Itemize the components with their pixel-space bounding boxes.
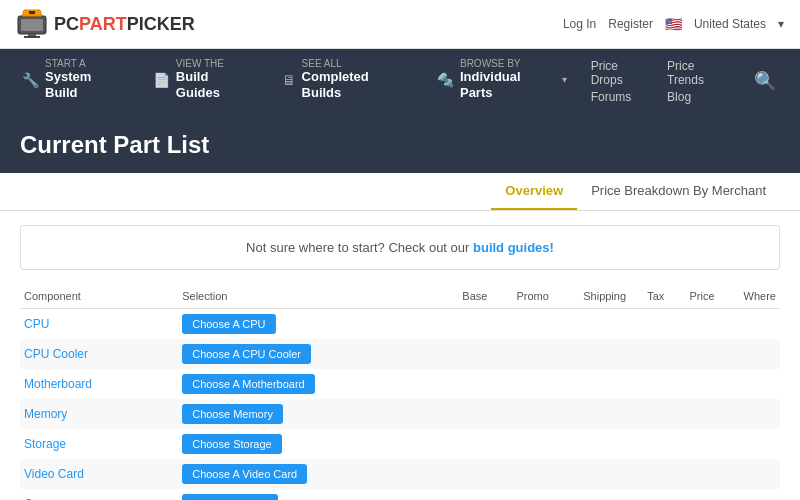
nav-right-col1: Price Drops Forums: [591, 59, 651, 104]
page-title-bar: Current Part List: [0, 113, 800, 173]
shipping-cell: [553, 339, 630, 369]
promo-cell: [491, 459, 552, 489]
site-header: PCPARTPICKER Log In Register 🇺🇸 United S…: [0, 0, 800, 49]
price-cell: [668, 489, 718, 500]
nav-right-col2: Price Trends Blog: [667, 59, 732, 104]
component-cell: Video Card: [20, 459, 178, 489]
logo[interactable]: PCPARTPICKER: [16, 8, 195, 40]
flag-icon: 🇺🇸: [665, 16, 682, 32]
choose-button[interactable]: Choose A Video Card: [182, 464, 307, 484]
where-cell: [719, 309, 780, 340]
component-link[interactable]: Memory: [24, 407, 67, 421]
nav-individual-parts[interactable]: 🔩 BROWSE BY Individual Parts ▾: [423, 49, 581, 113]
tab-price-breakdown[interactable]: Price Breakdown By Merchant: [577, 173, 780, 210]
nav-system-build[interactable]: 🔧 START A System Build: [8, 49, 139, 113]
promo-cell: [491, 489, 552, 500]
col-base: Base: [441, 284, 491, 309]
search-icon: 🔍: [754, 71, 776, 91]
promo-cell: [491, 399, 552, 429]
component-link[interactable]: CPU: [24, 317, 49, 331]
where-cell: [719, 489, 780, 500]
completed-builds-icon: 🖥: [282, 72, 296, 88]
where-cell: [719, 369, 780, 399]
nav-build-guides-labels: VIEW THE Build Guides: [176, 59, 254, 100]
selection-cell: Choose A Motherboard: [178, 369, 441, 399]
banner-text: Not sure where to start? Check out our: [246, 240, 473, 255]
where-cell: [719, 459, 780, 489]
nav-system-build-big: System Build: [45, 69, 125, 100]
price-trends-link[interactable]: Price Trends: [667, 59, 732, 87]
choose-button[interactable]: Choose A Motherboard: [182, 374, 315, 394]
base-cell: [441, 339, 491, 369]
price-cell: [668, 399, 718, 429]
table-row: MotherboardChoose A Motherboard: [20, 369, 780, 399]
nav-build-guides-small: VIEW THE: [176, 59, 254, 69]
component-link[interactable]: Storage: [24, 437, 66, 451]
col-price: Price: [668, 284, 718, 309]
nav-completed-builds-big: Completed Builds: [302, 69, 409, 100]
nav-individual-parts-small: BROWSE BY: [460, 59, 554, 69]
price-cell: [668, 339, 718, 369]
choose-button[interactable]: Choose A CPU: [182, 314, 275, 334]
selection-cell: Choose A Video Card: [178, 459, 441, 489]
choose-button[interactable]: Choose Memory: [182, 404, 283, 424]
nav-individual-parts-labels: BROWSE BY Individual Parts: [460, 59, 554, 100]
table-row: MemoryChoose Memory: [20, 399, 780, 429]
component-cell: Storage: [20, 429, 178, 459]
component-link[interactable]: Motherboard: [24, 377, 92, 391]
base-cell: [441, 309, 491, 340]
choose-button[interactable]: Choose Storage: [182, 434, 282, 454]
where-cell: [719, 339, 780, 369]
build-guides-link[interactable]: build guides!: [473, 240, 554, 255]
col-shipping: Shipping: [553, 284, 630, 309]
component-cell: Memory: [20, 399, 178, 429]
shipping-cell: [553, 459, 630, 489]
promo-cell: [491, 429, 552, 459]
nav-completed-builds[interactable]: 🖥 SEE ALL Completed Builds: [268, 49, 423, 113]
svg-rect-5: [29, 11, 35, 14]
search-button[interactable]: 🔍: [748, 70, 782, 92]
individual-parts-chevron-icon: ▾: [562, 74, 567, 85]
blog-link[interactable]: Blog: [667, 90, 732, 104]
tax-cell: [630, 309, 668, 340]
main-nav: 🔧 START A System Build 📄 VIEW THE Build …: [0, 49, 800, 113]
shipping-cell: [553, 309, 630, 340]
component-cell: CPU Cooler: [20, 339, 178, 369]
table-row: CPUChoose A CPU: [20, 309, 780, 340]
choose-button[interactable]: Choose A CPU Cooler: [182, 344, 311, 364]
component-cell: CPU: [20, 309, 178, 340]
price-cell: [668, 429, 718, 459]
nav-build-guides[interactable]: 📄 VIEW THE Build Guides: [139, 49, 268, 113]
login-link[interactable]: Log In: [563, 17, 596, 31]
tab-overview[interactable]: Overview: [491, 173, 577, 210]
base-cell: [441, 429, 491, 459]
individual-parts-icon: 🔩: [437, 72, 454, 88]
promo-cell: [491, 339, 552, 369]
col-where: Where: [719, 284, 780, 309]
base-cell: [441, 369, 491, 399]
choose-button[interactable]: Choose A Case: [182, 494, 278, 500]
component-link[interactable]: Video Card: [24, 467, 84, 481]
selection-cell: Choose A CPU Cooler: [178, 339, 441, 369]
shipping-cell: [553, 369, 630, 399]
price-drops-link[interactable]: Price Drops: [591, 59, 651, 87]
shipping-cell: [553, 489, 630, 500]
shipping-cell: [553, 399, 630, 429]
price-cell: [668, 459, 718, 489]
component-link[interactable]: CPU Cooler: [24, 347, 88, 361]
table-row: CPU CoolerChoose A CPU Cooler: [20, 339, 780, 369]
tax-cell: [630, 429, 668, 459]
svg-rect-3: [24, 36, 40, 38]
system-build-icon: 🔧: [22, 72, 39, 88]
base-cell: [441, 489, 491, 500]
register-link[interactable]: Register: [608, 17, 653, 31]
promo-cell: [491, 309, 552, 340]
forums-link[interactable]: Forums: [591, 90, 651, 104]
logo-icon: [16, 8, 48, 40]
where-cell: [719, 399, 780, 429]
base-cell: [441, 399, 491, 429]
nav-individual-parts-big: Individual Parts: [460, 69, 554, 100]
component-cell: Case: [20, 489, 178, 500]
table-row: Video CardChoose A Video Card: [20, 459, 780, 489]
nav-completed-builds-small: SEE ALL: [302, 59, 409, 69]
